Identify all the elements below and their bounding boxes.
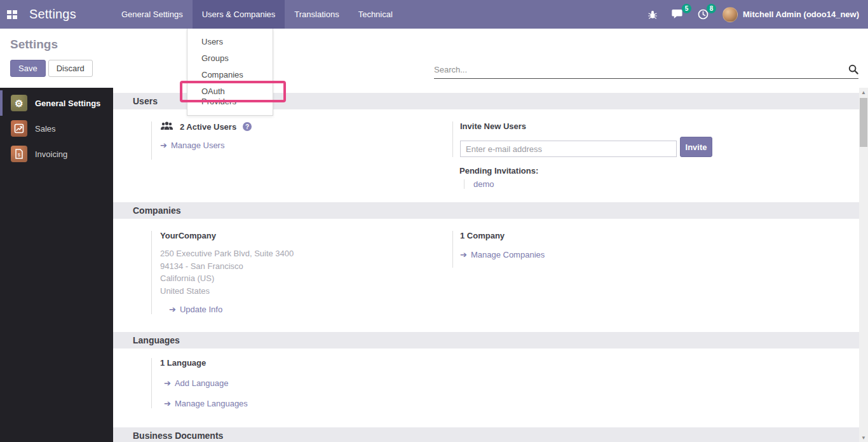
update-info-link[interactable]: ➔Update Info xyxy=(169,305,222,314)
company-count: 1 Company xyxy=(460,231,545,240)
dropdown-item-groups[interactable]: Groups xyxy=(187,50,273,67)
main-menu: General Settings Users & Companies Trans… xyxy=(112,0,402,29)
control-panel: Settings Save Discard xyxy=(0,29,868,88)
user-menu[interactable]: Mitchell Admin (odoo14_new) xyxy=(722,7,859,22)
scrollbar-thumb[interactable] xyxy=(860,98,867,147)
app-brand[interactable]: Settings xyxy=(24,0,81,29)
dropdown-item-companies[interactable]: Companies xyxy=(187,67,273,83)
section-header-languages: Languages xyxy=(113,332,868,349)
search-icon xyxy=(848,64,858,74)
languages-box: 1 Language ➔Add Language ➔Manage Languag… xyxy=(151,358,452,408)
sales-chart-icon xyxy=(11,120,27,137)
company-address-line: California (US) xyxy=(160,272,452,285)
gear-icon: ⚙ xyxy=(11,95,27,111)
invoice-document-icon: $ xyxy=(11,146,27,162)
company-count-box: 1 Company ➔Manage Companies xyxy=(452,231,545,268)
company-address-line: United States xyxy=(160,285,452,298)
manage-users-link[interactable]: ➔Manage Users xyxy=(160,141,224,150)
odoo-settings-app: Settings General Settings Users & Compan… xyxy=(0,0,868,442)
sidebar-item-label: General Settings xyxy=(35,99,100,108)
manage-languages-link[interactable]: ➔Manage Languages xyxy=(164,399,248,408)
svg-text:$: $ xyxy=(18,153,20,157)
activities-button[interactable]: 8 xyxy=(698,9,709,20)
users-group-icon xyxy=(160,121,173,132)
section-header-companies: Companies xyxy=(113,202,868,219)
arrow-right-icon: ➔ xyxy=(164,399,171,408)
apps-menu-button[interactable] xyxy=(0,0,24,29)
top-navbar: Settings General Settings Users & Compan… xyxy=(0,0,868,29)
messages-badge: 5 xyxy=(682,4,691,13)
settings-main-panel: Users 2 Active Users ? ➔Manage Users xyxy=(113,88,868,442)
page-title: Settings xyxy=(10,38,858,52)
users-section: 2 Active Users ? ➔Manage Users Invite Ne… xyxy=(113,109,868,202)
sidebar-item-sales[interactable]: Sales xyxy=(0,116,113,141)
activities-badge: 8 xyxy=(707,4,716,13)
dropdown-item-oauth-providers[interactable]: OAuth Providers xyxy=(187,83,273,110)
settings-sidebar: ⚙ General Settings Sales $ Invoicing xyxy=(0,88,113,442)
help-icon[interactable]: ? xyxy=(243,122,252,131)
apps-grid-icon xyxy=(7,10,17,19)
save-button[interactable]: Save xyxy=(10,60,46,77)
pending-invitations-box: Pending Invitations: demo xyxy=(452,166,712,189)
menu-translations[interactable]: Translations xyxy=(285,0,348,29)
user-name: Mitchell Admin (odoo14_new) xyxy=(743,10,859,19)
invite-button[interactable]: Invite xyxy=(680,137,712,157)
search-input[interactable] xyxy=(434,65,848,74)
bug-icon xyxy=(648,10,658,20)
sidebar-item-label: Sales xyxy=(35,124,56,134)
languages-section: 1 Language ➔Add Language ➔Manage Languag… xyxy=(113,349,868,427)
company-info-box: YourCompany 250 Executive Park Blvd, Sui… xyxy=(151,231,452,314)
sidebar-item-invoicing[interactable]: $ Invoicing xyxy=(0,141,113,167)
companies-section: YourCompany 250 Executive Park Blvd, Sui… xyxy=(113,219,868,332)
menu-general-settings[interactable]: General Settings xyxy=(112,0,193,29)
sidebar-item-general-settings[interactable]: ⚙ General Settings xyxy=(0,90,113,116)
dropdown-item-users[interactable]: Users xyxy=(187,34,273,50)
messages-button[interactable]: 5 xyxy=(672,9,684,20)
language-count: 1 Language xyxy=(160,358,452,368)
company-name: YourCompany xyxy=(160,231,452,240)
menu-technical[interactable]: Technical xyxy=(349,0,402,29)
invite-title: Invite New Users xyxy=(460,121,712,131)
scroll-down-arrow[interactable]: ▼ xyxy=(859,433,868,442)
manage-companies-link[interactable]: ➔Manage Companies xyxy=(460,250,545,259)
arrow-right-icon: ➔ xyxy=(164,378,171,388)
search-bar xyxy=(434,64,858,79)
pending-invitation-demo-link[interactable]: demo xyxy=(473,179,494,189)
invite-users-box: Invite New Users Invite xyxy=(452,121,712,157)
vertical-scrollbar[interactable]: ▲ ▼ xyxy=(859,88,868,442)
search-button[interactable] xyxy=(848,64,858,74)
arrow-right-icon: ➔ xyxy=(169,305,176,314)
systray: 5 8 Mitchell Admin (odoo14_new) xyxy=(648,0,868,29)
discard-button[interactable]: Discard xyxy=(48,60,93,77)
section-header-business-documents: Business Documents xyxy=(113,427,868,442)
active-users-box: 2 Active Users ? ➔Manage Users xyxy=(151,121,452,160)
content-area: ⚙ General Settings Sales $ Invoicing Use… xyxy=(0,88,868,442)
active-users-count: 2 Active Users xyxy=(180,122,236,132)
company-address-line: 94134 - San Francisco xyxy=(160,260,452,273)
debug-bug-button[interactable] xyxy=(648,10,658,20)
invite-email-input[interactable] xyxy=(460,141,677,157)
user-avatar xyxy=(722,7,738,22)
arrow-right-icon: ➔ xyxy=(160,141,167,150)
company-address-line: 250 Executive Park Blvd, Suite 3400 xyxy=(160,247,452,260)
scroll-up-arrow[interactable]: ▲ xyxy=(859,88,868,97)
sidebar-item-label: Invoicing xyxy=(35,149,67,159)
menu-users-companies[interactable]: Users & Companies xyxy=(193,0,285,29)
users-companies-dropdown: Users Groups Companies OAuth Providers xyxy=(187,29,273,116)
add-language-link[interactable]: ➔Add Language xyxy=(164,378,229,388)
pending-invitations-title: Pending Invitations: xyxy=(459,166,712,176)
arrow-right-icon: ➔ xyxy=(460,250,467,259)
